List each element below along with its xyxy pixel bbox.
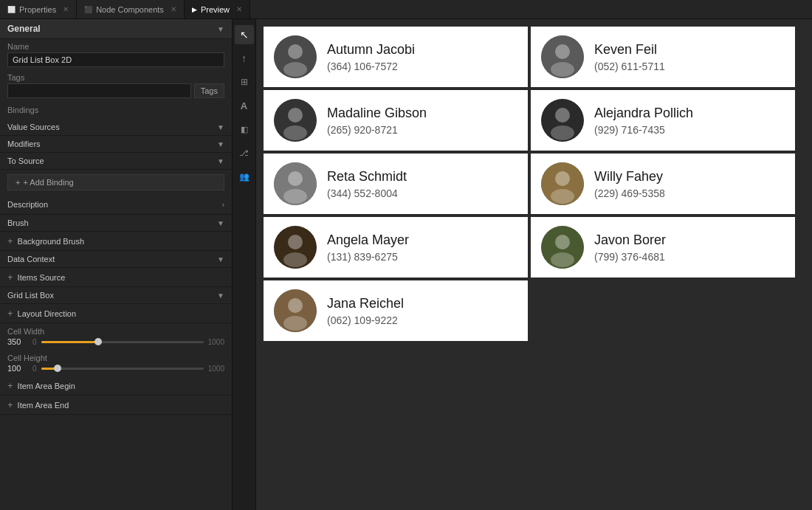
close-properties-tab[interactable]: ✕ [63, 5, 69, 13]
data-context-chevron-icon: ▼ [217, 255, 224, 263]
contact-avatar [541, 35, 584, 78]
svg-point-10 [555, 108, 570, 123]
svg-point-26 [283, 316, 307, 331]
contact-phone: (799) 376-4681 [594, 251, 666, 263]
contact-card[interactable]: Angela Mayer (131) 839-6275 [264, 217, 528, 278]
contact-info: Angela Mayer (131) 839-6275 [327, 232, 409, 263]
text-tool-button[interactable]: A [235, 96, 254, 115]
plus-icon: + [16, 178, 20, 187]
cell-width-control: 350 0 1000 [7, 337, 224, 346]
name-field-row: Name [0, 39, 232, 70]
general-chevron-icon: ▼ [217, 25, 224, 33]
cell-width-row: Cell Width 350 0 1000 [0, 323, 232, 350]
close-preview-tab[interactable]: ✕ [236, 5, 242, 13]
select-tool-button[interactable]: ↑ [235, 49, 254, 68]
contact-info: Willy Fahey (229) 469-5358 [594, 169, 665, 199]
close-node-components-tab[interactable]: ✕ [171, 5, 176, 13]
grid-list-box-chevron-icon: ▼ [217, 292, 224, 300]
tags-input[interactable] [7, 83, 191, 98]
svg-point-19 [288, 235, 303, 249]
properties-icon: ⬜ [7, 6, 16, 13]
contact-card[interactable]: Willy Fahey (229) 469-5358 [531, 154, 795, 214]
contact-phone: (929) 716-7435 [594, 124, 693, 136]
contact-card[interactable]: Autumn Jacobi (364) 106-7572 [264, 27, 528, 87]
contact-card[interactable]: Alejandra Pollich (929) 716-7435 [531, 90, 795, 151]
contact-info: Keven Feil (052) 611-5711 [594, 42, 665, 72]
contact-avatar [274, 99, 317, 142]
value-sources-header[interactable]: Value Sources ▼ [0, 119, 232, 136]
cursor-tool-button[interactable]: ↖ [235, 25, 254, 44]
svg-point-4 [555, 44, 570, 59]
contact-info: Alejandra Pollich (929) 716-7435 [594, 106, 693, 136]
layers-tool-button[interactable]: ◧ [235, 120, 254, 139]
svg-point-16 [555, 171, 570, 186]
contact-card[interactable]: Reta Schmidt (344) 552-8004 [264, 154, 528, 214]
contact-avatar [541, 99, 584, 142]
contact-name: Autumn Jacobi [327, 42, 415, 58]
arrow-icon: ↑ [241, 52, 247, 64]
tab-properties[interactable]: ⬜ Properties ✕ [0, 0, 77, 18]
cell-height-row: Cell Height 100 0 1000 [0, 350, 232, 376]
tab-preview[interactable]: ▶ Preview ✕ [185, 0, 250, 18]
general-section-header[interactable]: General ▼ [0, 19, 232, 39]
table-tool-button[interactable]: ⊞ [235, 72, 254, 92]
tags-button[interactable]: Tags [194, 83, 224, 98]
contact-phone: (062) 109-9222 [327, 314, 404, 326]
grid-list-box-header[interactable]: Grid List Box ▼ [0, 287, 232, 304]
contact-card[interactable]: Javon Borer (799) 376-4681 [531, 217, 795, 278]
share-icon: ⎇ [239, 148, 249, 158]
play-icon: ▶ [192, 6, 197, 13]
contact-card[interactable]: Madaline Gibson (265) 920-8721 [264, 90, 528, 151]
svg-point-5 [551, 62, 574, 77]
contact-name: Angela Mayer [327, 232, 409, 248]
contact-name: Jana Reichel [327, 296, 404, 311]
items-source-row[interactable]: + Items Source [0, 268, 232, 287]
contact-phone: (229) 469-5358 [594, 187, 665, 199]
description-row[interactable]: Description › [0, 195, 232, 215]
contact-info: Javon Borer (799) 376-4681 [594, 232, 666, 263]
users-icon: 👥 [239, 172, 250, 182]
background-brush-plus-icon: + [7, 235, 13, 247]
contact-avatar [274, 226, 317, 269]
svg-point-13 [288, 171, 303, 186]
tags-field-row: Tags Tags [0, 70, 232, 101]
contact-avatar [541, 162, 584, 205]
contact-avatar [274, 289, 317, 332]
contact-card[interactable]: Keven Feil (052) 611-5711 [531, 27, 795, 87]
description-chevron-icon: › [222, 201, 224, 209]
svg-point-25 [288, 298, 303, 313]
add-binding-button[interactable]: + + Add Binding [7, 174, 224, 190]
contact-name: Alejandra Pollich [594, 106, 693, 121]
grid-icon: ⊞ [241, 77, 248, 87]
item-area-end-plus-icon: + [7, 399, 13, 410]
to-source-header[interactable]: To Source ▼ [0, 153, 232, 170]
center-toolbar: ↖ ↑ ⊞ A ◧ ⎇ 👥 [233, 19, 256, 510]
data-context-header[interactable]: Data Context ▼ [0, 251, 232, 268]
item-area-end-row[interactable]: + Item Area End [0, 396, 232, 415]
cell-height-slider[interactable] [41, 368, 204, 370]
layout-direction-row[interactable]: + Layout Direction [0, 304, 232, 323]
layers-icon: ◧ [241, 125, 248, 134]
contact-card[interactable]: Jana Reichel (062) 109-9222 [264, 280, 528, 341]
brush-header[interactable]: Brush ▼ [0, 215, 232, 232]
users-tool-button[interactable]: 👥 [235, 167, 254, 186]
preview-area[interactable]: Autumn Jacobi (364) 106-7572 Keven Feil … [256, 19, 812, 510]
cell-height-thumb[interactable] [54, 365, 61, 372]
contact-phone: (364) 106-7572 [327, 61, 415, 72]
cell-height-control: 100 0 1000 [7, 364, 224, 373]
items-source-plus-icon: + [7, 272, 13, 283]
svg-point-22 [555, 235, 570, 249]
svg-point-1 [288, 44, 303, 59]
name-input[interactable] [7, 52, 224, 67]
share-tool-button[interactable]: ⎇ [235, 143, 254, 162]
background-brush-row[interactable]: + Background Brush [0, 232, 232, 251]
svg-point-11 [551, 125, 574, 140]
cell-width-slider[interactable] [41, 341, 204, 343]
item-area-begin-row[interactable]: + Item Area Begin [0, 376, 232, 396]
contact-info: Jana Reichel (062) 109-9222 [327, 296, 404, 326]
tab-node-components[interactable]: ⬛ Node Components ✕ [77, 0, 185, 18]
cell-width-thumb[interactable] [94, 338, 102, 345]
cursor-icon: ↖ [240, 29, 249, 41]
modifiers-header[interactable]: Modifiers ▼ [0, 136, 232, 153]
modifiers-chevron-icon: ▼ [217, 140, 224, 148]
